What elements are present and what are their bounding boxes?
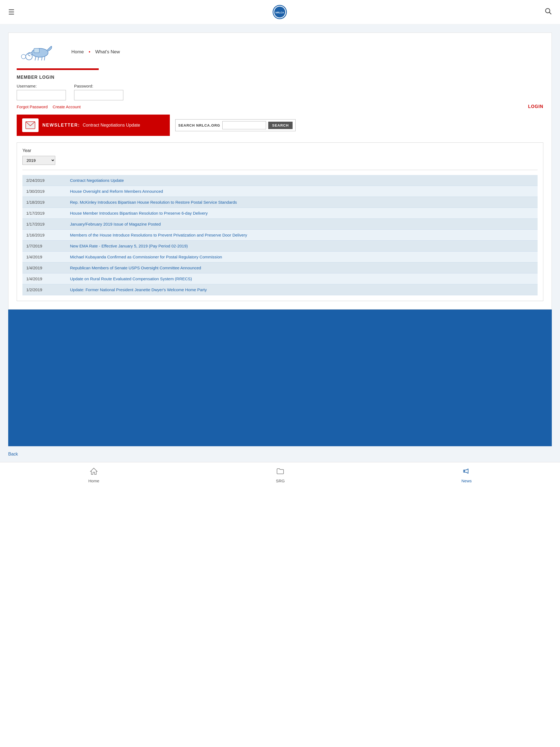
news-title-link[interactable]: House Oversight and Reform Members Annou… [70,189,163,194]
table-row: 1/4/2019Republican Members of Senate USP… [22,262,538,274]
search-button[interactable]: SEARCH [268,122,292,129]
news-title: House Oversight and Reform Members Annou… [66,186,538,197]
news-date: 1/18/2019 [22,197,66,208]
table-row: 1/17/2019January/February 2019 Issue of … [22,219,538,230]
search-box: SEARCH NRLCA.ORG SEARCH [175,119,296,131]
svg-point-11 [21,54,26,59]
bottom-nav-news[interactable]: News [461,467,472,483]
table-row: 2/24/2019Contract Negotiations Update [22,175,538,186]
year-select[interactable]: 20192018201720162015 [22,156,55,165]
table-row: 1/7/2019New EMA Rate - Effective January… [22,241,538,252]
news-date: 1/17/2019 [22,219,66,230]
news-title: House Member Introduces Bipartisan Resol… [66,208,538,219]
news-title: Contract Negotiations Update [66,175,538,186]
svg-rect-12 [34,48,40,53]
svg-line-8 [42,57,42,60]
newsletter-title: Contract Negotiations Update [83,123,140,128]
news-title-link[interactable]: New EMA Rate - Effective January 5, 2019… [70,243,188,248]
nav-home-link[interactable]: Home [71,49,84,55]
home-icon [90,467,98,477]
search-icon[interactable] [545,8,552,17]
news-title-link[interactable]: Update: Former National President Jeanet… [70,287,207,292]
site-logo-icon: NRLCA [273,5,287,19]
newsletter-label: NEWSLETTER: [42,123,80,128]
login-button[interactable]: LOGIN [528,104,543,109]
password-input[interactable] [74,90,123,100]
news-title-link[interactable]: Members of the House Introduce Resolutio… [70,233,247,237]
newsletter-box[interactable]: NEWSLETTER: Contract Negotiations Update [17,114,170,136]
svg-line-6 [35,57,36,60]
main-content: Home • What's New MEMBER LOGIN Username:… [0,24,560,446]
news-title-link[interactable]: Republican Members of Senate USPS Oversi… [70,265,201,270]
back-link[interactable]: Back [8,452,18,456]
news-date: 1/7/2019 [22,241,66,252]
news-title-link[interactable]: January/February 2019 Issue of Magazine … [70,222,161,226]
bottom-nav-srg[interactable]: SRG [276,467,285,483]
search-label: SEARCH NRLCA.ORG [178,123,220,127]
svg-line-9 [44,57,45,60]
news-title: Members of the House Introduce Resolutio… [66,230,538,241]
bottom-nav-news-label: News [461,479,472,483]
newsletter-icon [22,119,39,132]
table-row: 1/4/2019Michael Kubayanda Confirmed as C… [22,252,538,262]
news-title: Michael Kubayanda Confirmed as Commissio… [66,252,538,262]
nav-whats-new-link[interactable]: What's New [95,49,120,55]
news-date: 1/2/2019 [22,284,66,295]
username-label: Username: [17,84,66,88]
content-box: Home • What's New MEMBER LOGIN Username:… [8,32,552,310]
news-date: 1/4/2019 [22,252,66,262]
table-row: 1/16/2019Members of the House Introduce … [22,230,538,241]
svg-marker-15 [464,469,468,473]
member-login-section: MEMBER LOGIN Username: Password: Forgot … [17,75,543,109]
news-title-link[interactable]: Update on Rural Route Evaluated Compensa… [70,277,192,281]
forgot-password-link[interactable]: Forgot Password [17,104,48,109]
news-date: 1/30/2019 [22,186,66,197]
table-row: 1/17/2019House Member Introduces Biparti… [22,208,538,219]
svg-line-4 [549,12,551,14]
bottom-navigation: Home SRG News [0,462,560,486]
news-title-link[interactable]: Contract Negotiations Update [70,178,124,183]
menu-icon[interactable]: ☰ [8,8,15,17]
bottom-nav-srg-label: SRG [276,479,285,483]
news-table: 2/24/2019Contract Negotiations Update1/3… [22,175,538,295]
news-title: Update: Former National President Jeanet… [66,284,538,295]
password-label: Password: [74,84,123,88]
news-title-link[interactable]: House Member Introduces Bipartisan Resol… [70,211,208,215]
newsletter-search-row: NEWSLETTER: Contract Negotiations Update… [17,114,543,136]
year-section: Year 20192018201720162015 2/24/2019Contr… [17,143,543,301]
username-field-group: Username: [17,84,66,100]
bottom-nav-home[interactable]: Home [88,467,99,483]
svg-point-3 [545,8,550,13]
year-divider [22,170,538,170]
table-row: 1/30/2019House Oversight and Reform Memb… [22,186,538,197]
red-underline-decoration [17,68,99,70]
username-input[interactable] [17,90,66,100]
bottom-nav-home-label: Home [88,479,99,483]
table-row: 1/4/2019Update on Rural Route Evaluated … [22,274,538,284]
svg-point-10 [26,53,32,60]
news-title-link[interactable]: Michael Kubayanda Confirmed as Commissio… [70,255,222,259]
table-row: 1/18/2019Rep. McKinley Introduces Bipart… [22,197,538,208]
blue-background-area [8,310,552,446]
news-date: 1/17/2019 [22,208,66,219]
site-logo [17,41,60,63]
search-input[interactable] [222,121,266,129]
create-account-link[interactable]: Create Account [52,104,81,109]
news-title-link[interactable]: Rep. McKinley Introduces Bipartisan Hous… [70,200,237,205]
login-fields-row: Username: Password: [17,84,543,100]
password-field-group: Password: [74,84,123,100]
news-title: Update on Rural Route Evaluated Compensa… [66,274,538,284]
year-label: Year [22,148,538,153]
site-header: Home • What's New [17,41,543,63]
news-date: 2/24/2019 [22,175,66,186]
login-links-row: Forgot Password Create Account LOGIN [17,104,543,109]
news-title: Rep. McKinley Introduces Bipartisan Hous… [66,197,538,208]
news-icon [463,467,470,477]
svg-text:NRLCA: NRLCA [275,11,284,14]
top-navigation: ☰ NRLCA [0,0,560,24]
news-title: Republican Members of Senate USPS Oversi… [66,262,538,274]
member-login-title: MEMBER LOGIN [17,75,543,80]
news-title: New EMA Rate - Effective January 5, 2019… [66,241,538,252]
table-row: 1/2/2019Update: Former National Presiden… [22,284,538,295]
folder-icon [276,467,284,477]
